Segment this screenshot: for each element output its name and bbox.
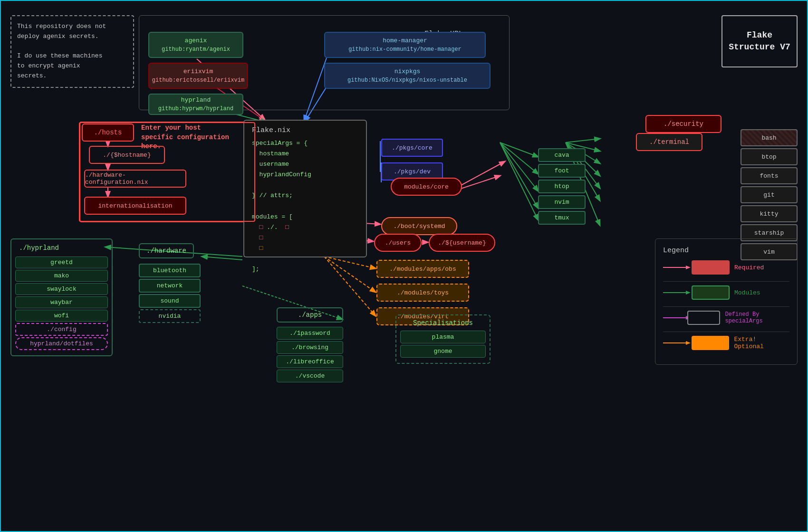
note-line4: to encrypt agenix (17, 62, 80, 69)
foot-item: foot (538, 164, 586, 178)
note-line1: This repository does not (17, 23, 106, 30)
waybar-item: waybar (15, 296, 108, 308)
username-box: ./${username} (429, 234, 495, 252)
kitty-item: kitty (741, 205, 798, 222)
optional-sample (692, 336, 730, 350)
svg-line-28 (500, 142, 538, 157)
note-line5: secrets. (17, 72, 47, 79)
legend-modules: Modules (663, 285, 789, 300)
git-item: git (741, 186, 798, 203)
modules-core-box: modules/core (391, 178, 462, 196)
defined-by-sample (687, 311, 720, 325)
note-box: This repository does not deploy agenix s… (10, 15, 134, 88)
gnome-item: gnome (400, 345, 486, 358)
svg-line-32 (500, 142, 538, 220)
bluetooth-item: bluetooth (139, 264, 201, 277)
browsing-item: ./browsing (277, 341, 343, 354)
toys-module-box: ./modules/toys (376, 284, 469, 302)
hyprland-config-item: ./config (15, 323, 108, 336)
htop-item: htop (538, 180, 586, 193)
bash-item: bash (741, 129, 798, 146)
tmux-item: tmux (538, 211, 586, 225)
agenix-url-box: agenix github:ryantm/agenix (148, 32, 243, 58)
btop-item: btop (741, 148, 798, 165)
cava-item: cava (538, 148, 586, 162)
flake-nix-box: Flake.nix specialArgs = { hostname usern… (243, 120, 367, 257)
obs-module-box: ./modules/apps/obs (376, 260, 469, 278)
network-item: network (139, 279, 201, 293)
hyprland-dotfiles-item: hyprland/dotfiles (15, 337, 108, 350)
required-label: Required (734, 264, 764, 271)
home-manager-url-box: home-manager github:nix-community/home-m… (324, 32, 486, 58)
security-box: ./security (645, 115, 721, 133)
legend-defined-by: Defined By specialArgs (663, 311, 789, 325)
fonts-item: fonts (741, 167, 798, 184)
greetd-item: greetd (15, 256, 108, 268)
nixpkgs-url-box: nixpkgs github:NixOS/nixpkgs/nixos-unsta… (324, 63, 491, 89)
nvim-item: nvim (538, 195, 586, 209)
boot-box: ./boot/systemd (381, 217, 457, 235)
legend-title: Legend (663, 247, 789, 255)
defined-by-label: Defined By specialArgs (725, 311, 789, 324)
hardware-config-box: ./hardware-configuration.nix (84, 170, 186, 188)
libreoffice-item: ./libreoffice (277, 355, 343, 368)
legend-required: Required (663, 260, 789, 275)
specialisations-title: Specialisations (400, 319, 486, 327)
users-box: ./users (374, 234, 422, 252)
svg-marker-41 (686, 291, 691, 294)
main-container: This repository does not deploy agenix s… (0, 0, 808, 532)
1password-item: ./1password (277, 327, 343, 340)
vscode-item: ./vscode (277, 370, 343, 382)
optional-label: Extra! Optional (734, 336, 789, 350)
wofi-item: wofi (15, 310, 108, 322)
pkgs-core-box: ./pkgs/core (381, 139, 443, 157)
svg-line-31 (500, 142, 538, 208)
hardware-section: ./hardware bluetooth network sound nvidi… (139, 243, 201, 324)
hostname-box: ./{$hostname} (89, 146, 165, 164)
svg-line-34 (202, 256, 242, 260)
eriixvim-url-box: eriixvim github:erictossell/eriixvim (148, 63, 248, 89)
swaylock-item: swaylock (15, 283, 108, 295)
svg-line-20 (461, 176, 500, 189)
apps-title: ./apps (277, 307, 343, 323)
svg-marker-39 (686, 266, 691, 269)
terminal-sub-items: cava foot htop nvim tmux (538, 148, 586, 227)
optional-arrow-icon (663, 338, 692, 348)
note-line2: deploy agenix secrets. (17, 33, 99, 40)
legend-optional: Extra! Optional (663, 336, 789, 350)
terminal-box: ./terminal (636, 133, 702, 151)
svg-line-19 (461, 162, 505, 185)
modules-label: Modules (734, 289, 760, 296)
svg-line-29 (500, 142, 538, 174)
internationalisation-box: internationalisation (84, 197, 186, 215)
nvidia-item: nvidia (139, 309, 201, 323)
flake-nix-code: specialArgs = { hostname username hyprla… (252, 138, 358, 275)
specialisations-box: Specialisations plasma gnome (395, 314, 491, 364)
svg-line-30 (500, 142, 538, 191)
flake-structure-title: Flake Structure V7 (721, 15, 798, 67)
svg-marker-45 (686, 341, 691, 345)
required-arrow-icon (663, 263, 692, 272)
hardware-title: ./hardware (139, 243, 194, 258)
modules-sample (692, 285, 730, 300)
legend-box: Legend Required Modules Def (655, 238, 798, 365)
hyprland-url-box: hyprland github:hyprwm/hyprland (148, 94, 243, 115)
apps-section: ./apps ./1password ./browsing ./libreoff… (277, 307, 343, 384)
flake-nix-title: Flake.nix (252, 126, 358, 134)
sound-item: sound (139, 294, 201, 308)
plasma-item: plasma (400, 331, 486, 343)
required-sample (692, 260, 730, 275)
hyprland-section: ./hyprland greetd mako swaylock waybar w… (10, 238, 113, 356)
mako-item: mako (15, 270, 108, 282)
hyprland-title: ./hyprland (15, 243, 108, 253)
svg-line-21 (566, 139, 600, 142)
note-line3: I do use these machines (17, 52, 102, 59)
modules-arrow-icon (663, 288, 692, 297)
defined-by-arrow-icon (663, 313, 687, 323)
hosts-box: ./hosts (82, 124, 134, 142)
